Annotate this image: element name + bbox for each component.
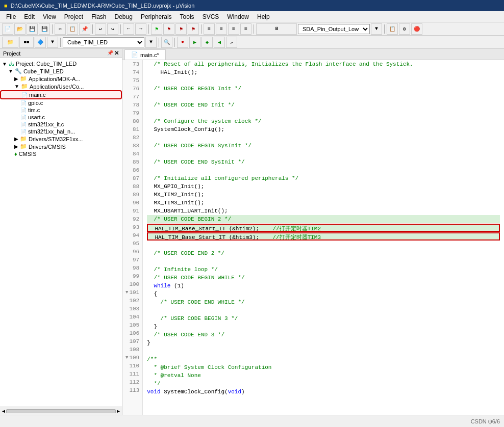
tb2-r5[interactable]: ↗ [226, 37, 237, 48]
sep2 [92, 24, 93, 34]
tb-c1[interactable]: 📋 [387, 23, 398, 35]
title-bar-icon: ■ [4, 3, 8, 9]
code-line-93: HAL_TIM_Base_Start_IT (&htim2); //打开定时器T… [147, 224, 500, 232]
tb-c2[interactable]: ⚙ [399, 23, 410, 35]
menu-help[interactable]: Help [253, 12, 274, 21]
tree-item-icon: 📁 [20, 143, 27, 150]
tb2-drop[interactable]: ▼ [47, 37, 58, 48]
tb-c3[interactable]: 🔴 [411, 23, 422, 35]
code-line-101: { [147, 290, 500, 298]
title-bar: ■ D:\CubeMX\Cube_TIM_LED\MDK-ARM\Cube_TI… [0, 0, 504, 11]
tree-item-tim-c[interactable]: 📄 tim.c [0, 106, 122, 114]
tab-main-c[interactable]: 📄 main.c* [124, 49, 166, 60]
tb-new[interactable]: 📄 [2, 23, 13, 35]
code-line-85: /* USER CODE END SysInit */ [147, 158, 500, 166]
tb-redo[interactable]: ↪ [107, 23, 118, 35]
tree-item-label: CMSIS [19, 151, 37, 157]
code-line-95 [147, 241, 500, 249]
tb-img[interactable]: 🖥 [256, 23, 297, 35]
tree-item-app-user[interactable]: ▼ 📁 Application/User/Co... [0, 83, 122, 90]
code-line-83: /* USER CODE BEGIN SysInit */ [147, 142, 500, 150]
menu-tools[interactable]: Tools [176, 12, 198, 21]
tree-item-label: main.c [29, 92, 45, 98]
tree-item-drivers-cmsis[interactable]: ▶ 📁 Drivers/CMSIS [0, 143, 122, 150]
menu-view[interactable]: View [39, 12, 60, 21]
tree-file-icon: 📄 [20, 100, 27, 106]
target-combo[interactable]: Cube_TIM_LED [63, 37, 144, 47]
sep4 [148, 24, 149, 34]
tab-main-c-label: main.c* [140, 52, 159, 58]
tb2-r1[interactable]: ● [177, 37, 188, 48]
menu-project[interactable]: Project [60, 12, 87, 21]
tb-save2[interactable]: 💾 [39, 23, 50, 35]
tb2-r3[interactable]: ◆ [201, 37, 213, 48]
tree-file-icon: 📄 [20, 129, 27, 135]
tree-item-cube-tim-led[interactable]: ▼ 🔧 Cube_TIM_LED [0, 67, 122, 75]
tb-indent4[interactable]: ≡ [240, 23, 251, 35]
tb2-b1[interactable]: 📁 [2, 37, 18, 48]
tb-paste[interactable]: 📌 [79, 23, 90, 35]
scroll-left-icon[interactable]: ◀ [2, 408, 5, 414]
code-editor[interactable]: 73 74 75 76 77 78 79 80 81 82 83 84 85 8… [122, 60, 504, 415]
tb-undo[interactable]: ↩ [95, 23, 106, 35]
tb-b3[interactable]: ⚑ [175, 23, 187, 35]
tb-copy[interactable]: 📋 [67, 23, 78, 35]
tb2-drop2[interactable]: ▼ [145, 37, 157, 48]
tb-save[interactable]: 💾 [27, 23, 38, 35]
function-combo[interactable]: SDA_Pin_Output_Low [298, 24, 370, 34]
tb2-b3[interactable]: 🔷 [35, 37, 46, 48]
tb-b2[interactable]: ⚑ [163, 23, 174, 35]
menu-file[interactable]: File [2, 12, 20, 21]
sep10 [174, 38, 175, 47]
menu-peripherals[interactable]: Peripherals [137, 12, 176, 21]
tree-file-icon: 📄 [20, 108, 27, 113]
menu-edit[interactable]: Edit [20, 12, 39, 21]
code-line-106: /* USER CODE END 3 */ [147, 331, 500, 339]
menu-window[interactable]: Window [223, 12, 253, 21]
tree-item-label: Cube_TIM_LED [23, 68, 64, 74]
tab-main-c-icon: 📄 [131, 51, 138, 58]
tree-item-usart-c[interactable]: 📄 usart.c [0, 114, 122, 121]
tb-indent3[interactable]: ≡ [228, 23, 239, 35]
menu-debug[interactable]: Debug [111, 12, 137, 21]
project-close-icon[interactable]: ✕ [114, 50, 119, 57]
code-content[interactable]: /* Reset of all peripherals, Initializes… [143, 60, 504, 415]
main-area: Project 📌 ✕ ▼ 🖧 Project: Cube_TIM_LED ▼ … [0, 49, 504, 415]
tree-item-main-c[interactable]: 📄 main.c [0, 90, 122, 99]
tree-item-project-root[interactable]: ▼ 🖧 Project: Cube_TIM_LED [0, 60, 122, 67]
tb-indent2[interactable]: ≡ [216, 23, 227, 35]
tb-fwd[interactable]: → [135, 23, 146, 35]
tb-open[interactable]: 📂 [14, 23, 26, 35]
sep6 [254, 24, 254, 34]
code-line-78: /* USER CODE END Init */ [147, 101, 500, 109]
tb-back[interactable]: ← [123, 23, 134, 35]
tree-item-stm32-hal[interactable]: 📄 stm32f1xx_hal_n... [0, 128, 122, 135]
project-scroll[interactable]: ◀ ▶ [0, 407, 122, 415]
line-numbers: 73 74 75 76 77 78 79 80 81 82 83 84 85 8… [122, 60, 143, 415]
tb2-r2[interactable]: ▶ [189, 37, 200, 48]
tree-item-gpio-c[interactable]: 📄 gpio.c [0, 99, 122, 106]
tb2-c1[interactable]: 🔍 [161, 37, 172, 48]
tb-b4[interactable]: ⚑ [188, 23, 199, 35]
menu-svcs[interactable]: SVCS [198, 12, 223, 21]
menu-flash[interactable]: Flash [87, 12, 110, 21]
tb2-b2[interactable]: ■■ [19, 37, 34, 48]
tb-cut[interactable]: ✂ [55, 23, 66, 35]
tree-item-app-mdk[interactable]: ▶ 📁 Application/MDK-A... [0, 75, 122, 83]
tb-drop[interactable]: ▼ [371, 23, 382, 35]
status-bar: CSDN ψ6/6 [0, 415, 504, 427]
code-line-74: HAL_Init(); [147, 68, 500, 76]
code-line-80: /* Configure the system clock */ [147, 117, 500, 125]
tree-item-drivers-stm32[interactable]: ▶ 📁 Drivers/STM32F1xx... [0, 135, 122, 143]
tree-item-label: tim.c [28, 107, 40, 113]
project-pin-icon[interactable]: 📌 [107, 50, 113, 57]
code-line-76: /* USER CODE BEGIN Init */ [147, 85, 500, 93]
code-line-86 [147, 166, 500, 174]
scroll-right-icon[interactable]: ▶ [117, 408, 120, 414]
tb-indent[interactable]: ≡ [204, 23, 215, 35]
tb-b1[interactable]: ⚑ [151, 23, 162, 35]
code-line-108 [147, 347, 500, 355]
tb2-r4[interactable]: ◀ [214, 37, 225, 48]
tree-item-cmsis[interactable]: ♦ CMSIS [0, 150, 122, 157]
tree-item-stm32-it[interactable]: 📄 stm32f1xx_it.c [0, 121, 122, 128]
